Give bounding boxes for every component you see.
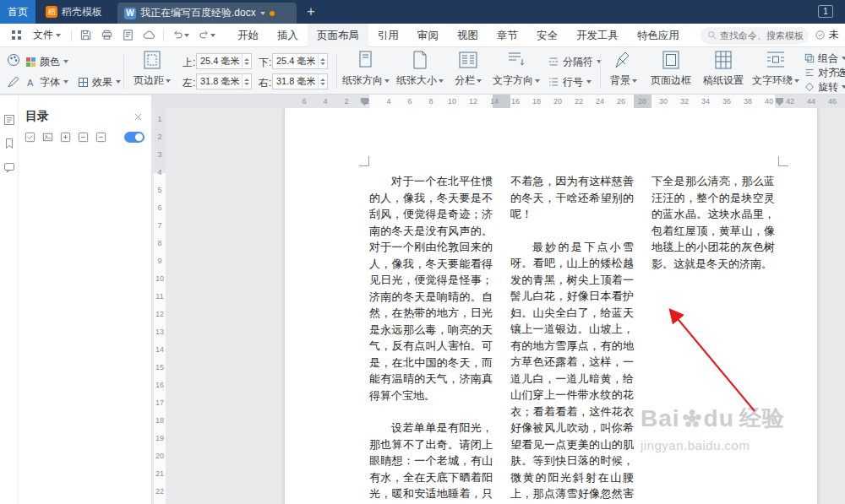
paragraph[interactable]: 下全是那么清亮，那么蓝汪汪的，整个的是块空灵的蓝水晶。这块水晶里，包着红屋顶，黄…	[651, 173, 775, 272]
breaks-button[interactable]: 分隔符	[548, 54, 602, 69]
margin-top-value: 25.4 毫米	[200, 55, 242, 68]
cloud-sync-icon[interactable]	[139, 29, 160, 41]
print-button[interactable]	[96, 29, 117, 41]
app-grid-icon[interactable]	[7, 30, 26, 41]
redo-caret-icon[interactable]	[210, 34, 215, 37]
colors-label: 颜色	[40, 55, 60, 69]
margin-bottom-input[interactable]: 25.4 毫米	[272, 53, 328, 69]
home-tab[interactable]: 首页	[0, 0, 35, 24]
breaks-label: 分隔符	[563, 55, 593, 69]
horizontal-ruler[interactable]: 6422468101214161820222426283032343638404…	[166, 95, 845, 108]
line-numbers-button[interactable]: 行号	[548, 74, 592, 89]
menu-tab-章节[interactable]: 章节	[488, 24, 527, 47]
margin-top-input[interactable]: 25.4 毫米	[196, 53, 252, 69]
menu-tab-开始[interactable]: 开始	[228, 24, 268, 47]
fonts-button[interactable]: A 字体	[25, 74, 68, 89]
theme-button[interactable]	[3, 51, 24, 69]
effects-button[interactable]: 效果	[78, 74, 121, 89]
watermark-brand-suffix: du	[704, 405, 734, 432]
save-button[interactable]	[75, 29, 96, 41]
badge-count: 1	[823, 7, 828, 16]
redo-button[interactable]	[194, 29, 220, 41]
margin-right-input[interactable]: 31.8 毫米	[272, 73, 328, 89]
ruler-number: 8	[157, 239, 161, 247]
group-button[interactable]: 组合	[804, 51, 845, 66]
margins-button[interactable]: 页边距	[128, 49, 176, 88]
background-button[interactable]: 背景	[605, 49, 642, 88]
page-border-button[interactable]: 页面边框	[647, 49, 695, 88]
search-input[interactable]	[720, 30, 804, 41]
menu-tab-引用[interactable]: 引用	[368, 24, 408, 47]
vertical-ruler[interactable]: 12345678910111213141516171819202122	[154, 108, 166, 504]
toc-image-icon[interactable]	[41, 131, 54, 144]
watermark-brand-cn: 经验	[739, 404, 785, 433]
orientation-label: 纸张方向	[342, 73, 383, 88]
toc-collapse-icon[interactable]	[77, 131, 90, 144]
paper-size-button[interactable]: 纸张大小	[395, 49, 444, 88]
paragraph[interactable]: 设若单单是有阳光，那也算不了出奇。请闭上眼睛想：一个老城，有山有水，全在天底下晒…	[369, 420, 493, 504]
toc-check-icon[interactable]	[24, 131, 36, 144]
toc-auto-toggle[interactable]	[124, 132, 144, 143]
menu-tab-安全[interactable]: 安全	[527, 24, 567, 47]
select-button[interactable]: 选	[837, 65, 845, 80]
margin-left-input[interactable]: 31.8 毫米	[196, 73, 252, 89]
document-tab-caret-icon[interactable]	[260, 12, 265, 15]
paper-grid-icon	[712, 49, 734, 71]
caret-down-icon	[63, 80, 68, 84]
paragraph[interactable]: 最妙的是下点小雪呀。看吧，山上的矮松越发的青黑，树尖上顶着一髻儿白花，好像日本看…	[510, 239, 634, 504]
ribbon-page-layout: 颜色 A 字体 效果 页边距 上: 25.4 毫米 下: 25.4 毫米 左: …	[0, 47, 845, 95]
close-icon[interactable]	[134, 112, 143, 122]
spinner-icon[interactable]	[318, 54, 327, 68]
file-menu[interactable]: 文件	[26, 28, 68, 42]
toc-panel-icon[interactable]	[3, 114, 15, 126]
file-menu-caret-icon	[56, 34, 61, 37]
paper-grid-button[interactable]: 稿纸设置	[700, 49, 747, 88]
ruler-number: 14	[490, 97, 499, 106]
toc-collapse-all-icon[interactable]	[95, 131, 107, 144]
titlebar-badge[interactable]: 1	[818, 5, 833, 18]
document-canvas[interactable]: 对于一个在北平住惯的人，像我，冬天要是不刮风，便觉得是奇迹；济南的冬天是没有风声…	[166, 108, 845, 504]
columns-label: 分栏	[455, 73, 475, 88]
menu-tab-审阅[interactable]: 审阅	[408, 24, 448, 47]
columns-icon	[457, 49, 479, 71]
right-indent-marker[interactable]	[776, 98, 783, 106]
document-tab[interactable]: W 我正在编写百度经验.docx	[117, 3, 297, 24]
theme-brush-button[interactable]	[3, 73, 24, 91]
ruler-number: 19	[155, 434, 164, 442]
docer-template-tab[interactable]: 稻 稻壳模板	[35, 0, 112, 24]
divider	[163, 30, 164, 41]
caret-down-icon	[535, 79, 540, 83]
spinner-icon[interactable]	[242, 54, 251, 68]
menu-tab-插入[interactable]: 插入	[268, 24, 308, 47]
text-direction-label: 文字方向	[493, 73, 533, 88]
undo-caret-icon[interactable]	[184, 34, 189, 37]
text-column-1: 对于一个在北平住惯的人，像我，冬天要是不刮风，便觉得是奇迹；济南的冬天是没有风声…	[369, 173, 493, 504]
colors-button[interactable]: 颜色	[25, 54, 68, 69]
margin-cropmark-right	[778, 156, 788, 166]
comment-panel-icon[interactable]	[3, 161, 15, 173]
spinner-icon[interactable]	[242, 74, 251, 89]
paragraph[interactable]: 不着急，因为有这样慈善的冬天，干啥还希望别的呢！	[510, 173, 634, 223]
orientation-button[interactable]: 纸张方向	[341, 49, 390, 88]
sync-status[interactable]: 未	[815, 28, 845, 42]
spinner-icon[interactable]	[318, 74, 327, 89]
menu-tab-特色应用[interactable]: 特色应用	[628, 24, 689, 47]
margins-icon	[141, 49, 163, 71]
paragraph[interactable]: 对于一个在北平住惯的人，像我，冬天要是不刮风，便觉得是奇迹；济南的冬天是没有风声…	[369, 173, 493, 404]
rotate-button[interactable]: 旋转	[804, 79, 845, 95]
print-preview-button[interactable]	[117, 29, 139, 41]
text-direction-button[interactable]: 文字方向	[492, 49, 541, 88]
toc-expand-icon[interactable]	[59, 131, 72, 144]
bookmark-panel-icon[interactable]	[3, 138, 15, 149]
new-tab-button[interactable]: +	[297, 0, 325, 24]
columns-button[interactable]: 分栏	[450, 49, 487, 88]
paper-size-icon	[409, 49, 431, 71]
text-wrap-button[interactable]: 文字环绕	[752, 49, 799, 88]
caret-down-icon	[632, 79, 637, 83]
menu-tab-视图[interactable]: 视图	[448, 24, 488, 47]
menu-tab-页面布局[interactable]: 页面布局	[308, 24, 368, 47]
divider	[600, 53, 601, 89]
command-search-box[interactable]	[701, 27, 809, 44]
menu-tab-开发工具[interactable]: 开发工具	[567, 24, 628, 47]
undo-button[interactable]	[167, 29, 194, 41]
